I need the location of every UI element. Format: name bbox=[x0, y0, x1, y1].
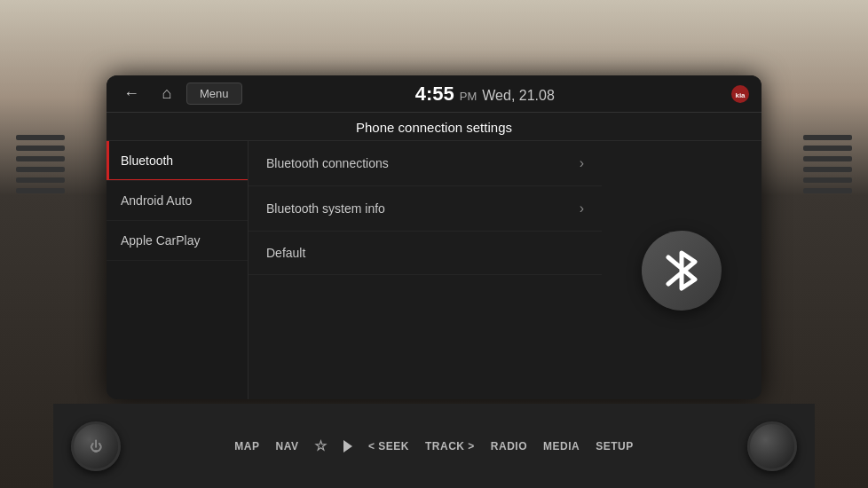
seek-left-button[interactable]: < SEEK bbox=[368, 440, 409, 453]
favorites-button[interactable]: ☆ bbox=[314, 437, 327, 454]
svg-text:kia: kia bbox=[735, 91, 746, 99]
sidebar-item-apple-carplay[interactable]: Apple CarPlay bbox=[107, 221, 248, 261]
page-title: Phone connection settings bbox=[107, 113, 761, 141]
sidebar-item-android-auto[interactable]: Android Auto bbox=[107, 181, 248, 221]
right-knob[interactable] bbox=[747, 421, 797, 471]
bottom-controls: ⏻ MAP NAV ☆ < SEEK TRACK > RADIO MEDIA S… bbox=[53, 404, 815, 488]
play-indicator bbox=[343, 440, 352, 453]
radio-button[interactable]: RADIO bbox=[491, 440, 527, 453]
power-icon: ⏻ bbox=[90, 439, 102, 453]
sidebar-label-bluetooth: Bluetooth bbox=[121, 153, 173, 168]
main-content: Bluetooth Android Auto Apple CarPlay Blu… bbox=[107, 141, 761, 399]
nav-button[interactable]: NAV bbox=[275, 440, 298, 453]
menu-button[interactable]: Menu bbox=[186, 83, 242, 105]
menu-item-default[interactable]: Default bbox=[249, 232, 602, 275]
chevron-right-icon: › bbox=[580, 155, 584, 171]
clock-time: 4:55 bbox=[415, 83, 454, 106]
menu-item-bt-system-info[interactable]: Bluetooth system info › bbox=[249, 186, 602, 232]
home-button[interactable]: ⌂ bbox=[151, 78, 183, 110]
left-vent bbox=[16, 106, 65, 222]
sidebar-label-android-auto: Android Auto bbox=[121, 193, 192, 208]
clock-date: Wed, 21.08 bbox=[482, 88, 555, 104]
screen: ← ⌂ Menu 4:55 PM Wed, 21.08 kia Phone co… bbox=[107, 75, 761, 399]
brand-logo: kia bbox=[728, 82, 753, 106]
right-panel bbox=[602, 141, 761, 399]
bluetooth-symbol bbox=[659, 244, 704, 297]
back-button[interactable]: ← bbox=[115, 78, 147, 110]
sidebar-label-apple-carplay: Apple CarPlay bbox=[121, 233, 201, 248]
clock-area: 4:55 PM Wed, 21.08 bbox=[415, 83, 555, 106]
track-right-button[interactable]: TRACK > bbox=[425, 440, 475, 453]
play-icon bbox=[343, 440, 352, 453]
setup-button[interactable]: SETUP bbox=[596, 440, 634, 453]
menu-item-bt-connections[interactable]: Bluetooth connections › bbox=[249, 141, 602, 186]
sidebar-item-bluetooth[interactable]: Bluetooth bbox=[107, 141, 248, 181]
home-icon: ⌂ bbox=[162, 84, 172, 103]
back-icon: ← bbox=[123, 84, 139, 103]
clock-ampm: PM bbox=[460, 90, 477, 103]
chevron-right-icon-2: › bbox=[580, 201, 584, 216]
top-bar: ← ⌂ Menu 4:55 PM Wed, 21.08 kia bbox=[107, 75, 761, 113]
content-area: Phone connection settings Bluetooth Andr… bbox=[107, 113, 761, 399]
sidebar: Bluetooth Android Auto Apple CarPlay bbox=[107, 141, 249, 399]
left-knob[interactable]: ⏻ bbox=[71, 421, 121, 471]
media-button[interactable]: MEDIA bbox=[543, 440, 580, 453]
right-vent bbox=[803, 106, 852, 222]
bluetooth-icon-circle bbox=[642, 231, 722, 311]
menu-label-default: Default bbox=[266, 246, 305, 260]
map-button[interactable]: MAP bbox=[234, 440, 259, 453]
menu-label-bt-system-info: Bluetooth system info bbox=[266, 201, 385, 216]
menu-label-bt-connections: Bluetooth connections bbox=[266, 156, 389, 170]
center-menu: Bluetooth connections › Bluetooth system… bbox=[249, 141, 602, 399]
bottom-buttons: MAP NAV ☆ < SEEK TRACK > RADIO MEDIA SET… bbox=[234, 437, 633, 454]
